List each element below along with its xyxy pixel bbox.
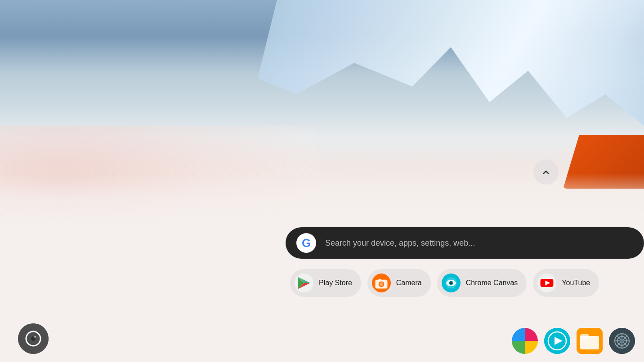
play-store-icon: [295, 274, 313, 292]
chrome-canvas-pill[interactable]: Chrome Canvas: [437, 269, 527, 297]
svg-rect-7: [379, 279, 381, 281]
camera-icon: [372, 274, 391, 292]
camera-pill[interactable]: Camera: [367, 269, 431, 297]
svg-rect-26: [580, 334, 589, 339]
launcher-up-button[interactable]: [533, 159, 559, 185]
app-pills-row: Play Store Camera Chrome: [286, 269, 644, 297]
pinwheel-icon[interactable]: [512, 328, 538, 354]
satellite-icon[interactable]: [609, 328, 635, 354]
youtube-label: YouTube: [562, 279, 590, 287]
play-store-pill[interactable]: Play Store: [290, 269, 361, 297]
chrome-canvas-label: Chrome Canvas: [466, 279, 518, 287]
svg-point-13: [452, 282, 452, 283]
svg-point-6: [380, 283, 383, 286]
play-store-label: Play Store: [319, 279, 352, 287]
files-icon[interactable]: [577, 328, 603, 354]
camera-label: Camera: [396, 279, 422, 287]
taskbar-camera-button[interactable]: [18, 323, 49, 354]
chevron-up-icon: [541, 167, 551, 177]
taskbar-right-icons: [512, 328, 635, 354]
svg-point-20: [34, 336, 36, 338]
google-g-letter: G: [302, 236, 311, 250]
search-placeholder-text: Search your device, apps, settings, web.…: [325, 238, 475, 248]
youtube-icon: [537, 274, 556, 292]
google-logo: G: [296, 233, 316, 253]
search-bar[interactable]: G Search your device, apps, settings, we…: [286, 227, 644, 259]
media-player-icon[interactable]: [544, 328, 570, 354]
svg-point-34: [620, 339, 624, 343]
youtube-pill[interactable]: YouTube: [533, 269, 599, 297]
chrome-canvas-icon: [442, 274, 461, 292]
